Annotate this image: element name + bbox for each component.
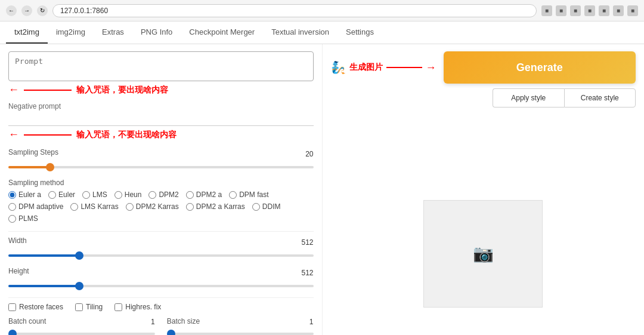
negative-annotation: 输入咒语，不要出现啥内容 (76, 130, 177, 140)
width-value: 512 (296, 238, 314, 247)
batch-size-label: Batch size (167, 317, 200, 325)
batch-count-col: Batch count 1 (8, 317, 155, 335)
divider-1 (8, 231, 314, 232)
height-value: 512 (296, 269, 314, 277)
generate-annotation: 🧞 生成图片 → (331, 60, 436, 75)
method-dpm2a[interactable]: DPM2 a (186, 190, 222, 199)
tab-textual-inversion[interactable]: Textual inversion (263, 21, 338, 44)
browser-icon-4: ■ (584, 5, 595, 16)
prompt-arrow-line (24, 90, 72, 91)
negative-prompt-label: Negative prompt (8, 102, 314, 110)
forward-button[interactable]: → (21, 5, 32, 16)
method-lms-karras[interactable]: LMS Karras (70, 202, 118, 211)
style-buttons: Apply style Create style (493, 88, 636, 107)
sampling-steps-slider[interactable] (8, 166, 314, 168)
method-euler-a[interactable]: Euler a (8, 190, 41, 199)
negative-prompt-input[interactable] (8, 112, 314, 126)
generate-button[interactable]: Generate (444, 51, 636, 84)
create-style-button[interactable]: Create style (564, 88, 636, 107)
browser-bar: ← → ↻ 127.0.0.1:7860 ■ ■ ■ ■ ■ ■ ■ (0, 0, 644, 21)
tabs-bar: txt2img img2img Extras PNG Info Checkpoi… (0, 21, 644, 44)
method-lms[interactable]: LMS (82, 190, 107, 199)
tiling-checkbox[interactable]: Tiling (75, 303, 103, 311)
method-dpm-fast[interactable]: DPM fast (229, 190, 268, 199)
main-area: ← 输入咒语，要出现啥内容 Negative prompt ← 输入咒语，不要出… (0, 44, 644, 335)
method-dpm-adaptive[interactable]: DPM adaptive (8, 202, 63, 211)
sampling-steps-value: 20 (296, 150, 314, 158)
generate-row: 🧞 生成图片 → Generate (331, 51, 636, 84)
generate-area: 🧞 生成图片 → Generate Apply style Create sty… (331, 51, 636, 107)
tab-png-info[interactable]: PNG Info (132, 21, 181, 44)
left-panel: ← 输入咒语，要出现啥内容 Negative prompt ← 输入咒语，不要出… (0, 44, 323, 335)
browser-icon-6: ■ (613, 5, 624, 16)
method-plms[interactable]: PLMS (8, 214, 38, 223)
batch-count-value: 1 (137, 318, 155, 326)
browser-icon-5: ■ (599, 5, 609, 16)
tab-checkpoint-merger[interactable]: Checkpoint Merger (181, 21, 263, 44)
highres-fix-checkbox[interactable]: Highres. fix (114, 303, 161, 311)
method-euler[interactable]: Euler (48, 190, 75, 199)
tab-settings[interactable]: Settings (338, 21, 382, 44)
browser-icon-2: ■ (556, 5, 566, 16)
genie-icon: 🧞 (331, 60, 346, 75)
method-dpm2-karras[interactable]: DPM2 Karras (126, 202, 179, 211)
sampling-steps-label: Sampling Steps (8, 148, 58, 156)
tab-extras[interactable]: Extras (94, 21, 132, 44)
batch-size-col: Batch size 1 (167, 317, 314, 335)
sampling-steps-section: Sampling Steps 20 (8, 148, 314, 170)
sampling-method-group-2: DPM adaptive LMS Karras DPM2 Karras DPM2… (8, 202, 314, 223)
sampling-method-group: Euler a Euler LMS Heun DPM2 DPM2 a DPM f… (8, 190, 314, 199)
right-panel: 🧞 生成图片 → Generate Apply style Create sty… (323, 44, 645, 335)
image-output-placeholder: 📷 (423, 200, 543, 308)
batch-row: Batch count 1 Batch size 1 (8, 317, 314, 335)
url-bar[interactable]: 127.0.0.1:7860 (52, 4, 537, 17)
apply-style-button[interactable]: Apply style (493, 88, 564, 107)
generate-arrow-line (386, 67, 422, 68)
prompt-annotation: 输入咒语，要出现啥内容 (76, 85, 168, 96)
sampling-method-label: Sampling method (8, 179, 314, 187)
height-label: Height (8, 267, 29, 275)
method-dpm2a-karras[interactable]: DPM2 a Karras (186, 202, 245, 211)
generate-annotation-text: 生成图片 (349, 62, 383, 73)
negative-arrow-line (24, 134, 72, 136)
prompt-section: ← 输入咒语，要出现啥内容 (8, 51, 314, 96)
checkboxes-row: Restore faces Tiling Highres. fix (8, 303, 314, 311)
tab-img2img[interactable]: img2img (48, 21, 94, 44)
height-slider[interactable] (8, 285, 314, 287)
negative-arrow: ← (8, 128, 19, 141)
prompt-input[interactable] (8, 51, 314, 81)
app-container: txt2img img2img Extras PNG Info Checkpoi… (0, 21, 644, 335)
browser-icon-7: ■ (627, 5, 638, 16)
generate-arrow-right: → (426, 62, 436, 74)
batch-size-slider[interactable] (167, 333, 314, 335)
method-ddim[interactable]: DDIM (252, 202, 281, 211)
batch-size-value: 1 (296, 318, 314, 326)
image-placeholder-icon: 📷 (473, 244, 494, 263)
batch-count-label: Batch count (8, 317, 46, 325)
method-heun[interactable]: Heun (114, 190, 142, 199)
width-section: Width 512 (8, 236, 314, 259)
restore-faces-checkbox[interactable]: Restore faces (8, 303, 63, 311)
tab-txt2img[interactable]: txt2img (6, 21, 48, 44)
width-label: Width (8, 236, 27, 245)
browser-icons: ■ ■ ■ ■ ■ ■ ■ (541, 5, 638, 16)
back-button[interactable]: ← (6, 5, 17, 16)
refresh-button[interactable]: ↻ (37, 5, 48, 16)
batch-count-slider[interactable] (8, 333, 155, 335)
prompt-arrow: ← (8, 84, 19, 96)
height-section: Height 512 (8, 267, 314, 289)
browser-icon-3: ■ (570, 5, 581, 16)
divider-2 (8, 297, 314, 298)
sampling-method-section: Sampling method Euler a Euler LMS Heun D… (8, 179, 314, 223)
width-slider[interactable] (8, 254, 314, 257)
browser-icon-1: ■ (541, 5, 552, 16)
negative-prompt-section: Negative prompt ← 输入咒语，不要出现啥内容 (8, 102, 314, 141)
method-dpm2[interactable]: DPM2 (148, 190, 178, 199)
